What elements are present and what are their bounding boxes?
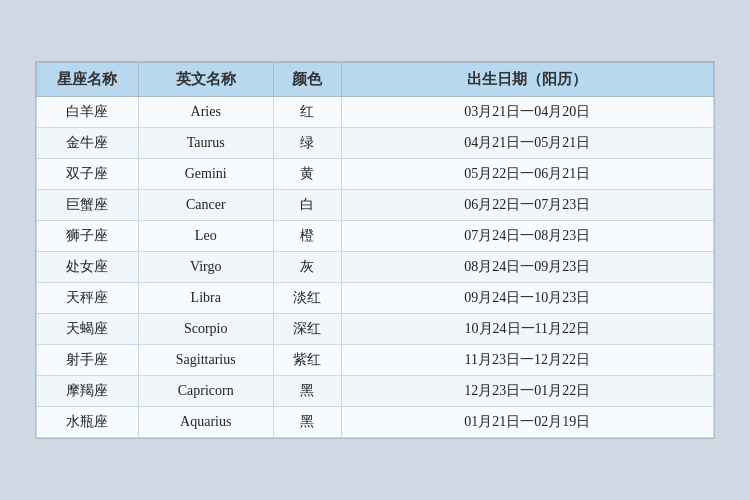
header-chinese: 星座名称	[37, 63, 139, 97]
table-row: 水瓶座Aquarius黑01月21日一02月19日	[37, 407, 714, 438]
cell-english: Leo	[138, 221, 273, 252]
cell-english: Taurus	[138, 128, 273, 159]
cell-chinese: 天蝎座	[37, 314, 139, 345]
cell-date: 04月21日一05月21日	[341, 128, 713, 159]
cell-color: 红	[273, 97, 341, 128]
cell-chinese: 巨蟹座	[37, 190, 139, 221]
cell-english: Gemini	[138, 159, 273, 190]
cell-color: 淡红	[273, 283, 341, 314]
cell-date: 10月24日一11月22日	[341, 314, 713, 345]
cell-date: 08月24日一09月23日	[341, 252, 713, 283]
table-row: 金牛座Taurus绿04月21日一05月21日	[37, 128, 714, 159]
cell-color: 深红	[273, 314, 341, 345]
table-header-row: 星座名称 英文名称 颜色 出生日期（阳历）	[37, 63, 714, 97]
zodiac-table-container: 星座名称 英文名称 颜色 出生日期（阳历） 白羊座Aries红03月21日一04…	[35, 61, 715, 439]
cell-color: 紫红	[273, 345, 341, 376]
table-row: 天蝎座Scorpio深红10月24日一11月22日	[37, 314, 714, 345]
cell-chinese: 摩羯座	[37, 376, 139, 407]
cell-english: Capricorn	[138, 376, 273, 407]
table-row: 双子座Gemini黄05月22日一06月21日	[37, 159, 714, 190]
cell-color: 橙	[273, 221, 341, 252]
table-row: 射手座Sagittarius紫红11月23日一12月22日	[37, 345, 714, 376]
table-row: 狮子座Leo橙07月24日一08月23日	[37, 221, 714, 252]
cell-chinese: 双子座	[37, 159, 139, 190]
cell-color: 灰	[273, 252, 341, 283]
zodiac-table: 星座名称 英文名称 颜色 出生日期（阳历） 白羊座Aries红03月21日一04…	[36, 62, 714, 438]
cell-color: 绿	[273, 128, 341, 159]
cell-chinese: 白羊座	[37, 97, 139, 128]
cell-date: 09月24日一10月23日	[341, 283, 713, 314]
cell-date: 01月21日一02月19日	[341, 407, 713, 438]
cell-english: Aquarius	[138, 407, 273, 438]
header-date: 出生日期（阳历）	[341, 63, 713, 97]
cell-date: 07月24日一08月23日	[341, 221, 713, 252]
table-row: 处女座Virgo灰08月24日一09月23日	[37, 252, 714, 283]
header-english: 英文名称	[138, 63, 273, 97]
cell-english: Libra	[138, 283, 273, 314]
cell-chinese: 处女座	[37, 252, 139, 283]
cell-chinese: 射手座	[37, 345, 139, 376]
table-row: 白羊座Aries红03月21日一04月20日	[37, 97, 714, 128]
cell-chinese: 狮子座	[37, 221, 139, 252]
cell-date: 06月22日一07月23日	[341, 190, 713, 221]
cell-english: Virgo	[138, 252, 273, 283]
cell-color: 白	[273, 190, 341, 221]
cell-chinese: 天秤座	[37, 283, 139, 314]
cell-english: Sagittarius	[138, 345, 273, 376]
cell-date: 03月21日一04月20日	[341, 97, 713, 128]
cell-date: 11月23日一12月22日	[341, 345, 713, 376]
table-row: 摩羯座Capricorn黑12月23日一01月22日	[37, 376, 714, 407]
cell-date: 05月22日一06月21日	[341, 159, 713, 190]
cell-english: Cancer	[138, 190, 273, 221]
cell-english: Scorpio	[138, 314, 273, 345]
cell-date: 12月23日一01月22日	[341, 376, 713, 407]
cell-color: 黑	[273, 376, 341, 407]
cell-color: 黄	[273, 159, 341, 190]
cell-english: Aries	[138, 97, 273, 128]
table-row: 天秤座Libra淡红09月24日一10月23日	[37, 283, 714, 314]
cell-chinese: 水瓶座	[37, 407, 139, 438]
header-color: 颜色	[273, 63, 341, 97]
cell-chinese: 金牛座	[37, 128, 139, 159]
cell-color: 黑	[273, 407, 341, 438]
table-row: 巨蟹座Cancer白06月22日一07月23日	[37, 190, 714, 221]
